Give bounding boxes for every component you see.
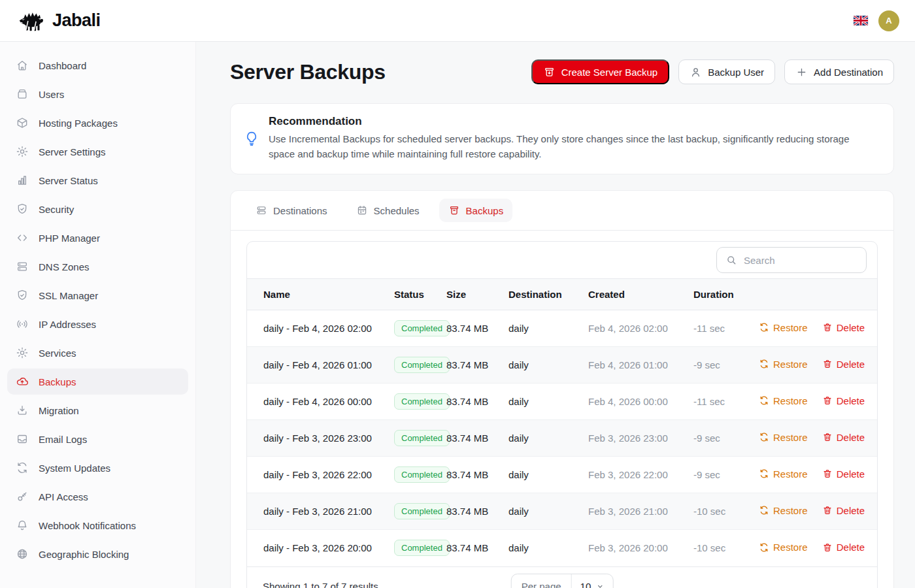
backup-duration: -11 sec bbox=[686, 384, 751, 420]
delete-button[interactable]: Delete bbox=[822, 395, 865, 406]
backup-name: daily - Feb 4, 2026 02:00 bbox=[247, 310, 386, 347]
recommendation-title: Recommendation bbox=[269, 115, 850, 128]
tab-backups[interactable]: Backups bbox=[439, 199, 513, 222]
backup-size: 83.74 MB bbox=[439, 347, 501, 384]
restore-button[interactable]: Restore bbox=[759, 432, 808, 443]
table-row: daily - Feb 3, 2026 21:00 Completed 83.7… bbox=[247, 493, 877, 530]
backups-table-container: Name Status Size Destination Created Dur… bbox=[246, 241, 878, 588]
delete-button[interactable]: Delete bbox=[822, 322, 865, 333]
delete-button[interactable]: Delete bbox=[822, 542, 865, 553]
restore-icon bbox=[759, 359, 769, 369]
add-destination-button[interactable]: Add Destination bbox=[784, 59, 894, 84]
backup-destination: daily bbox=[501, 530, 580, 566]
backup-destination: daily bbox=[501, 310, 580, 347]
sidebar-item-system-updates[interactable]: System Updates bbox=[7, 455, 188, 481]
restore-icon bbox=[759, 322, 769, 333]
backup-created: Feb 4, 2026 01:00 bbox=[580, 347, 686, 384]
table-row: daily - Feb 3, 2026 20:00 Completed 83.7… bbox=[247, 530, 877, 566]
backup-duration: -10 sec bbox=[686, 493, 751, 530]
table-row: daily - Feb 4, 2026 02:00 Completed 83.7… bbox=[247, 310, 877, 347]
sidebar-item-label: API Access bbox=[39, 491, 88, 502]
sidebar-item-php-manager[interactable]: PHP Manager bbox=[7, 225, 188, 251]
restore-button[interactable]: Restore bbox=[759, 468, 808, 480]
delete-button[interactable]: Delete bbox=[822, 359, 865, 370]
backup-name: daily - Feb 4, 2026 00:00 bbox=[247, 384, 386, 420]
restore-button[interactable]: Restore bbox=[759, 322, 808, 333]
user-avatar[interactable]: A bbox=[878, 10, 899, 31]
shield-check-icon bbox=[16, 203, 29, 216]
sidebar-item-server-status[interactable]: Server Status bbox=[7, 167, 188, 193]
column-header-status: Status bbox=[386, 279, 439, 310]
package-icon bbox=[16, 116, 29, 129]
column-header-name: Name bbox=[247, 279, 386, 310]
restore-button[interactable]: Restore bbox=[759, 359, 808, 370]
column-header-destination: Destination bbox=[501, 279, 580, 310]
backup-destination: daily bbox=[501, 493, 580, 530]
refresh-icon bbox=[16, 461, 29, 474]
table-footer: Showing 1 to 7 of 7 results Per page 10 bbox=[247, 566, 877, 588]
backup-duration: -9 sec bbox=[686, 420, 751, 457]
boar-logo-icon bbox=[17, 8, 47, 33]
restore-icon bbox=[759, 395, 769, 406]
backup-size: 83.74 MB bbox=[439, 457, 501, 493]
results-summary: Showing 1 to 7 of 7 results bbox=[263, 581, 378, 588]
sidebar-item-backups[interactable]: Backups bbox=[7, 368, 188, 395]
delete-button[interactable]: Delete bbox=[822, 505, 865, 516]
table-header-row: Name Status Size Destination Created Dur… bbox=[247, 279, 877, 310]
sidebar-item-label: DNS Zones bbox=[39, 261, 90, 272]
trash-icon bbox=[822, 359, 833, 369]
gear-icon bbox=[16, 145, 29, 158]
sidebar-item-ssl-manager[interactable]: SSL Manager bbox=[7, 282, 188, 308]
language-flag-uk-icon[interactable] bbox=[854, 16, 868, 25]
recommendation-body: Use Incremental Backups for scheduled se… bbox=[269, 132, 850, 161]
backups-panel: Destinations Schedules Backups bbox=[230, 190, 894, 588]
per-page-select[interactable]: Per page 10 bbox=[511, 574, 614, 588]
tab-bar: Destinations Schedules Backups bbox=[231, 191, 893, 231]
backup-created: Feb 3, 2026 22:00 bbox=[580, 457, 686, 493]
chevron-down-icon bbox=[595, 582, 604, 588]
sidebar-item-api-access[interactable]: API Access bbox=[7, 483, 188, 510]
backup-created: Feb 3, 2026 21:00 bbox=[580, 493, 686, 530]
sidebar-item-webhook-notifications[interactable]: Webhook Notifications bbox=[7, 512, 188, 538]
sidebar-item-server-settings[interactable]: Server Settings bbox=[7, 139, 188, 165]
restore-button[interactable]: Restore bbox=[759, 505, 808, 516]
backup-created: Feb 4, 2026 00:00 bbox=[580, 384, 686, 420]
status-badge: Completed bbox=[394, 357, 450, 373]
search-input[interactable] bbox=[744, 255, 857, 266]
tab-destinations[interactable]: Destinations bbox=[246, 199, 337, 222]
broadcast-icon bbox=[16, 318, 29, 331]
restore-icon bbox=[759, 468, 769, 479]
sidebar-item-email-logs[interactable]: Email Logs bbox=[7, 426, 188, 452]
server-stack-icon bbox=[16, 260, 29, 273]
key-icon bbox=[16, 490, 29, 503]
sidebar-item-users[interactable]: Users bbox=[7, 81, 188, 107]
sidebar-item-dashboard[interactable]: Dashboard bbox=[7, 52, 188, 78]
sidebar-item-label: Migration bbox=[39, 405, 79, 416]
sidebar-item-label: Email Logs bbox=[39, 434, 87, 445]
restore-button[interactable]: Restore bbox=[759, 395, 808, 406]
sidebar-item-security[interactable]: Security bbox=[7, 196, 188, 222]
sidebar-item-geographic-blocking[interactable]: Geographic Blocking bbox=[7, 541, 188, 567]
server-stack-icon bbox=[256, 204, 267, 216]
lightbulb-icon bbox=[242, 130, 261, 147]
sidebar-item-migration[interactable]: Migration bbox=[7, 397, 188, 423]
backup-user-button[interactable]: Backup User bbox=[678, 59, 775, 84]
box-icon bbox=[16, 88, 29, 101]
sidebar-item-label: Server Status bbox=[39, 175, 98, 186]
delete-button[interactable]: Delete bbox=[822, 432, 865, 443]
sidebar-item-dns-zones[interactable]: DNS Zones bbox=[7, 253, 188, 280]
sidebar-item-label: IP Addresses bbox=[39, 319, 96, 330]
backups-table: Name Status Size Destination Created Dur… bbox=[247, 278, 877, 566]
table-row: daily - Feb 4, 2026 01:00 Completed 83.7… bbox=[247, 347, 877, 384]
brand-logo[interactable]: Jabali bbox=[17, 8, 101, 33]
sidebar-item-services[interactable]: Services bbox=[7, 340, 188, 366]
sidebar-item-hosting-packages[interactable]: Hosting Packages bbox=[7, 110, 188, 136]
restore-button[interactable]: Restore bbox=[759, 542, 808, 553]
sidebar-item-ip-addresses[interactable]: IP Addresses bbox=[7, 311, 188, 337]
create-server-backup-button[interactable]: Create Server Backup bbox=[531, 59, 670, 84]
status-badge: Completed bbox=[394, 320, 450, 336]
tab-schedules[interactable]: Schedules bbox=[347, 199, 429, 222]
restore-icon bbox=[759, 505, 769, 515]
backup-size: 83.74 MB bbox=[439, 530, 501, 566]
delete-button[interactable]: Delete bbox=[822, 468, 865, 480]
